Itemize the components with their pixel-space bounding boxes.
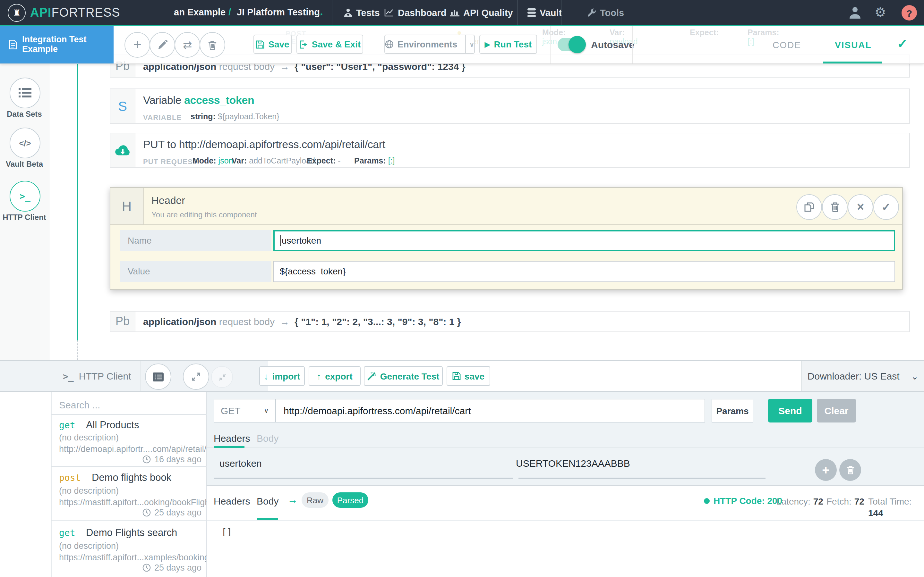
toolbar-divider	[550, 25, 551, 63]
response-tab-body[interactable]: Body	[257, 496, 278, 506]
history-item[interactable]: post Demo flights book (no description) …	[52, 467, 207, 520]
visual-tab-indicator	[823, 61, 882, 63]
nav-divider	[561, 0, 562, 25]
save-button[interactable]: Save	[254, 35, 292, 54]
apifortress-logo-icon[interactable]: ♜	[8, 4, 26, 22]
request-tab-headers[interactable]: Headers	[214, 433, 250, 444]
variable-component-row[interactable]: S Variable access_token VARIABLE string:…	[110, 89, 910, 124]
downloader-selector[interactable]: Downloader: US East ⌄	[801, 361, 924, 391]
clear-button[interactable]: Clear	[817, 399, 856, 422]
export-button[interactable]: ↑export	[309, 366, 360, 386]
clock-icon	[143, 455, 151, 464]
nav-item-dashboard[interactable]: Dashboard	[384, 0, 447, 25]
app-root: POST REQUEST ● Generated Mode: json Var:…	[0, 0, 924, 577]
tabs-divider	[207, 448, 924, 448]
raw-toggle[interactable]: Raw	[302, 492, 328, 508]
delete-component-button[interactable]	[822, 194, 848, 220]
put-cloud-icon	[110, 133, 136, 167]
add-header-button[interactable]: +	[815, 459, 837, 481]
confirm-edit-button[interactable]: ✓	[873, 194, 899, 220]
history-item[interactable]: get Demo Flights search (no description)…	[52, 521, 207, 577]
tab-visual[interactable]: VISUAL	[835, 40, 872, 50]
tabs-arrow-icon: →	[288, 494, 298, 506]
search-input[interactable]: Search ...	[59, 397, 200, 414]
saved-check-icon: ✓	[897, 36, 908, 51]
delete-button[interactable]	[200, 32, 225, 58]
header-value-input[interactable]: ${access_token}	[273, 261, 895, 282]
trash-icon	[846, 466, 855, 474]
text-caret	[280, 235, 281, 246]
run-test-button[interactable]: ▶ Run Test	[479, 35, 537, 54]
breadcrumb-test[interactable]: JI Platform Testing	[237, 0, 320, 25]
brand-wordmark[interactable]: APIFORTRESS	[30, 0, 120, 25]
reorder-button[interactable]: ⇄	[174, 32, 200, 58]
nav-item-tools[interactable]: Tools	[587, 0, 624, 25]
env-divider	[465, 35, 465, 53]
active-test-tab[interactable]: Integration Test Example	[0, 25, 113, 63]
dashboard-icon	[384, 8, 394, 17]
history-age: 25 days ago	[143, 563, 202, 572]
nav-divider	[332, 0, 333, 25]
flow-spine	[77, 63, 78, 340]
flow-spine-dashed	[77, 340, 78, 360]
settings-gear-icon[interactable]: ⚙	[875, 5, 886, 20]
history-item[interactable]: get All Products (no description) http:/…	[52, 415, 207, 466]
vault-db-icon	[527, 8, 536, 17]
client-expand-button[interactable]	[183, 364, 209, 390]
request-body-row[interactable]: Pb application/json request body→{ "1": …	[110, 311, 910, 332]
request-tab-body[interactable]: Body	[257, 433, 278, 444]
edit-button[interactable]	[150, 32, 175, 58]
put-mode: Mode: json	[192, 156, 233, 165]
autosave-toggle[interactable]	[557, 38, 585, 51]
variable-title: Variable access_token	[143, 94, 254, 107]
client-terminal-icon: >_	[63, 371, 74, 381]
request-header-name[interactable]: usertoken	[220, 458, 262, 469]
request-header-value[interactable]: USERTOKEN123AAABBB	[516, 458, 630, 469]
history-age: 25 days ago	[143, 508, 202, 517]
put-request-row[interactable]: PUT to http://demoapi.apifortress.com/ap…	[110, 133, 910, 168]
params-button[interactable]: Params	[712, 399, 753, 422]
terminal-icon: >_	[19, 191, 31, 201]
duplicate-component-button[interactable]	[796, 194, 822, 220]
help-icon[interactable]: ?	[901, 5, 917, 21]
add-component-button[interactable]: +	[124, 32, 150, 58]
url-input[interactable]: http://demoapi.apifortress.com/api/retai…	[275, 399, 705, 422]
nav-divider	[517, 0, 518, 25]
header-name-underline	[214, 478, 513, 479]
sidebar-item-vault-beta[interactable]: </>	[10, 127, 40, 158]
environments-button[interactable]: Environments ∨	[384, 35, 475, 54]
breadcrumb-arrow-icon: →	[314, 6, 325, 19]
sidebar-item-http-client[interactable]: >_	[10, 181, 40, 211]
send-button[interactable]: Send	[768, 399, 813, 422]
user-account-icon[interactable]	[848, 6, 862, 19]
header-name-input[interactable]: usertoken	[273, 230, 895, 251]
generate-test-button[interactable]: Generate Test	[364, 366, 443, 386]
breadcrumb-project[interactable]: an Example	[174, 0, 226, 25]
delete-header-button[interactable]	[839, 459, 861, 481]
cancel-edit-button[interactable]: ×	[848, 194, 873, 220]
breadcrumb-separator: /	[228, 0, 231, 25]
client-console-button[interactable]	[145, 364, 171, 390]
nav-item-vault[interactable]: Vault	[527, 0, 562, 25]
tab-code[interactable]: CODE	[772, 40, 801, 50]
put-type-label: PUT REQUEST	[143, 158, 198, 165]
variable-badge: S	[110, 89, 136, 123]
save-exit-button[interactable]: Save & Exit	[296, 35, 363, 54]
toolbar-divider-2	[632, 25, 633, 63]
sidebar-label-http-client: HTTP Client	[0, 213, 49, 222]
parsed-toggle[interactable]: Parsed	[333, 492, 368, 508]
floppy-icon	[452, 372, 461, 380]
client-collapse-button[interactable]	[211, 366, 233, 388]
method-select[interactable]: GET ∨	[214, 399, 276, 422]
client-save-button[interactable]: save	[447, 366, 490, 386]
response-tab-headers[interactable]: Headers	[214, 496, 250, 506]
variable-type-label: VARIABLE	[143, 113, 182, 121]
http-client-main: GET ∨ http://demoapi.apifortress.com/api…	[207, 392, 924, 577]
nav-item-api-quality[interactable]: API Quality	[450, 0, 513, 25]
response-body-area: []	[207, 521, 924, 577]
client-title: >_ HTTP Client	[63, 361, 131, 391]
import-button[interactable]: ↓import	[259, 366, 305, 386]
import-arrow-icon: ↓	[264, 371, 268, 381]
sidebar-item-data-sets[interactable]	[10, 77, 40, 108]
nav-item-tests[interactable]: Tests	[344, 0, 380, 25]
